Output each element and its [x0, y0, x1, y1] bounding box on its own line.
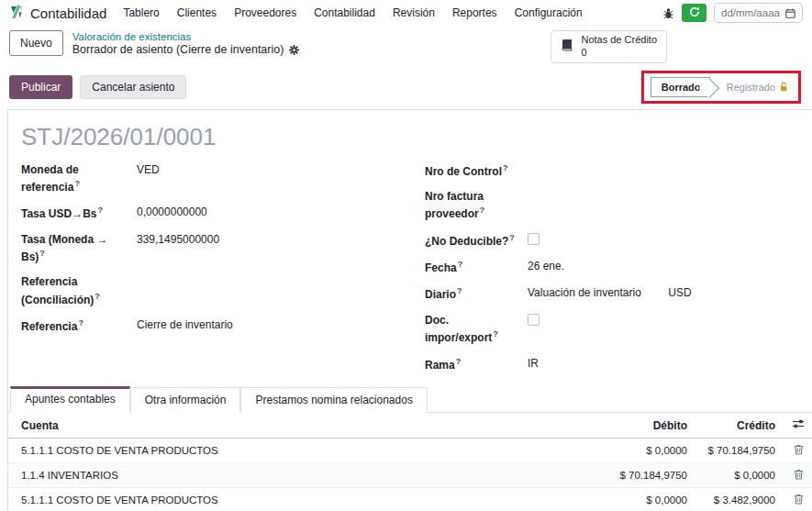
field-groups: Moneda de referencia? VED Tasa USD→Bs? 0… — [8, 162, 812, 383]
tasa-moneda-bs-value[interactable]: 339,1495000000 — [137, 232, 219, 248]
column-header-credito[interactable]: Crédito — [696, 413, 784, 439]
tasa-usd-bs-value[interactable]: 0,0000000000 — [137, 205, 207, 220]
form-sheet: STJ/2026/01/0001 Moneda de referencia? V… — [7, 109, 812, 511]
column-options-sliders-icon[interactable] — [792, 418, 805, 429]
nro-control-value[interactable] — [528, 162, 564, 176]
status-draft[interactable]: Borrador — [651, 77, 710, 97]
account-cell[interactable]: 5.1.1.1 COSTO DE VENTA PRODUCTOS — [8, 439, 594, 463]
tab-apuntes-contables[interactable]: Apuntes contables — [10, 386, 130, 413]
field-no-deducible: ¿No Deducible?? — [425, 232, 799, 250]
moneda-referencia-value[interactable]: VED — [137, 162, 173, 178]
field-nro-factura-proveedor: Nro factura proveedor? — [425, 189, 799, 223]
trash-icon[interactable] — [794, 469, 804, 480]
calendar-icon[interactable] — [785, 8, 795, 18]
unlock-icon — [779, 82, 789, 92]
field-doc-impor-export: Doc. impor/export? — [425, 313, 799, 347]
top-navbar: Contabilidad Tablero Clientes Proveedore… — [0, 0, 812, 26]
field-column-right: Nro de Control? Nro factura proveedor? ¿… — [425, 162, 799, 383]
app-title: Contabilidad — [30, 6, 106, 21]
credit-notes-stat-button[interactable]: Notas de Crédito 0 — [551, 30, 667, 63]
fecha-value[interactable]: 26 ene. — [528, 259, 564, 274]
breadcrumb-current: Borrador de asiento (Cierre de inventari… — [72, 43, 300, 56]
table-row[interactable]: 5.1.1.1 COSTO DE VENTA PRODUCTOS $ 0,000… — [8, 439, 812, 463]
breadcrumb: Valoración de existencias Borrador de as… — [72, 30, 300, 56]
gear-icon[interactable] — [289, 45, 299, 55]
menu-tablero[interactable]: Tablero — [121, 3, 161, 23]
field-tasa-usd-bs: Tasa USD→Bs? 0,0000000000 — [21, 205, 425, 222]
app-switcher[interactable]: Contabilidad — [9, 5, 106, 22]
field-referencia-conciliacion: Referencia (Conciliación)? — [21, 274, 425, 308]
breadcrumb-parent-link[interactable]: Valoración de existencias — [72, 31, 300, 42]
debit-cell[interactable]: $ 0,0000 — [594, 488, 696, 511]
cancel-entry-button[interactable]: Cancelar asiento — [80, 75, 186, 99]
field-nro-control: Nro de Control? — [425, 162, 799, 180]
table-row[interactable]: 1.1.4 INVENTARIOS $ 70.184,9750 $ 0,0000 — [8, 463, 812, 488]
tab-otra-informacion[interactable]: Otra información — [130, 387, 241, 413]
debit-cell[interactable]: $ 0,0000 — [594, 439, 696, 463]
menu-clientes[interactable]: Clientes — [175, 3, 218, 23]
account-cell[interactable]: 5.1.1.1 COSTO DE VENTA PRODUCTOS — [8, 488, 594, 511]
action-bar: Publicar Cancelar asiento Borrador Regis… — [0, 67, 812, 109]
field-rama: Rama? IR — [425, 356, 799, 373]
referencia-conciliacion-value[interactable] — [137, 274, 173, 288]
field-moneda-referencia: Moneda de referencia? VED — [21, 162, 425, 196]
credit-notes-text: Notas de Crédito 0 — [581, 34, 657, 60]
credit-cell[interactable]: $ 70.184,9750 — [696, 439, 784, 463]
journal-items-table: Cuenta Débito Crédito 5.1. — [8, 413, 812, 511]
date-input[interactable] — [721, 7, 782, 18]
book-icon — [561, 39, 574, 54]
no-deducible-checkbox[interactable] — [528, 233, 539, 245]
publish-button[interactable]: Publicar — [9, 75, 72, 99]
menu-reportes[interactable]: Reportes — [450, 3, 499, 23]
diario-value[interactable]: Valuación de inventario — [528, 285, 665, 301]
account-cell[interactable]: 1.1.4 INVENTARIOS — [8, 463, 594, 488]
debug-bug-icon[interactable] — [662, 7, 674, 19]
field-diario: Diario? Valuación de inventario USD — [425, 285, 799, 303]
rama-value[interactable]: IR — [528, 356, 564, 372]
credit-cell[interactable]: $ 0,0000 — [696, 463, 784, 488]
control-panel: Nuevo Valoración de existencias Borrador… — [0, 26, 812, 67]
credit-cell[interactable]: $ 3.482,9000 — [696, 488, 784, 511]
debit-cell[interactable]: $ 70.184,9750 — [594, 463, 696, 488]
column-header-debito[interactable]: Débito — [594, 413, 696, 439]
new-button[interactable]: Nuevo — [9, 30, 63, 56]
menu-configuracion[interactable]: Configuración — [513, 3, 584, 23]
main-menu: Tablero Clientes Proveedores Contabilida… — [121, 3, 584, 23]
diario-currency[interactable]: USD — [668, 286, 691, 299]
annotation-red-box: Borrador Registrado — [641, 71, 801, 104]
column-header-cuenta[interactable]: Cuenta — [8, 413, 594, 439]
tab-prestamos-nomina[interactable]: Prestamos nomina relacionados — [240, 387, 427, 413]
referencia-value[interactable]: Cierre de inventario — [137, 317, 233, 333]
menu-proveedores[interactable]: Proveedores — [232, 3, 298, 23]
column-options-header — [784, 413, 812, 439]
notebook-tabs: Apuntes contables Otra información Prest… — [8, 386, 812, 413]
field-tasa-moneda-bs: Tasa (Moneda → Bs)? 339,1495000000 — [21, 232, 425, 266]
app-logo-icon — [9, 5, 24, 22]
field-fecha: Fecha? 26 ene. — [425, 259, 799, 276]
doc-impor-export-checkbox[interactable] — [528, 314, 539, 326]
trash-icon[interactable] — [794, 444, 804, 455]
refresh-button[interactable] — [682, 4, 706, 22]
field-referencia: Referencia? Cierre de inventario — [21, 317, 425, 335]
credit-notes-count: 0 — [581, 47, 657, 60]
menu-contabilidad[interactable]: Contabilidad — [312, 3, 377, 23]
date-filter-field[interactable] — [714, 3, 803, 23]
field-column-left: Moneda de referencia? VED Tasa USD→Bs? 0… — [21, 162, 425, 383]
nro-factura-proveedor-value[interactable] — [528, 189, 564, 203]
table-row[interactable]: 5.1.1.1 COSTO DE VENTA PRODUCTOS $ 0,000… — [8, 488, 812, 511]
entry-name[interactable]: STJ/2026/01/0001 — [8, 121, 812, 162]
menu-revision[interactable]: Revisión — [391, 3, 437, 23]
trash-icon[interactable] — [794, 494, 804, 505]
status-posted[interactable]: Registrado — [727, 82, 789, 93]
refresh-icon — [689, 6, 700, 20]
navbar-right-controls — [662, 3, 803, 23]
table-header-row: Cuenta Débito Crédito — [8, 413, 812, 439]
